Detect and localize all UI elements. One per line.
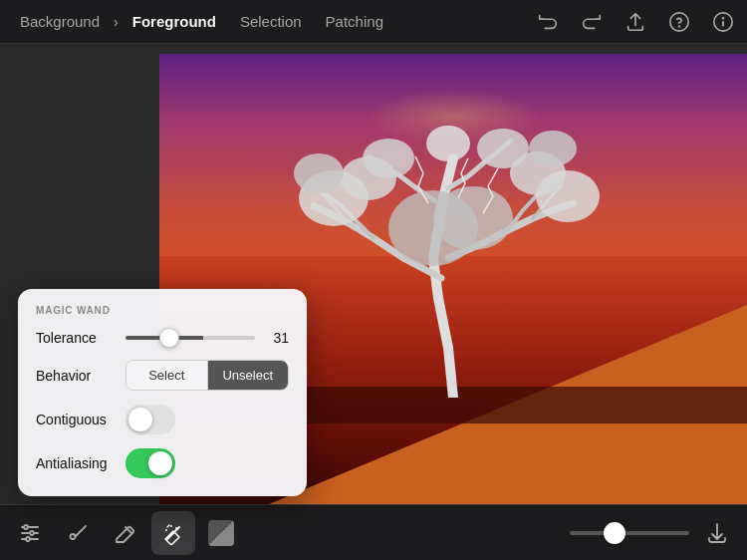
redo-icon bbox=[581, 11, 603, 33]
svg-point-11 bbox=[529, 131, 577, 166]
texture-tool-button[interactable] bbox=[199, 511, 243, 555]
help-icon bbox=[668, 11, 690, 33]
bottom-toolbar bbox=[0, 504, 747, 560]
behavior-label: Behavior bbox=[36, 368, 125, 384]
behavior-select-button[interactable]: Select bbox=[126, 361, 208, 390]
magic-wand-icon bbox=[161, 521, 185, 545]
redo-button[interactable] bbox=[576, 6, 608, 38]
tab-patching[interactable]: Patching bbox=[314, 7, 395, 36]
tolerance-control: 31 bbox=[125, 330, 289, 346]
help-button[interactable] bbox=[663, 6, 695, 38]
breadcrumb-arrow: › bbox=[114, 14, 119, 30]
tools-group bbox=[0, 511, 251, 555]
toolbar-actions bbox=[532, 6, 739, 38]
tolerance-value: 31 bbox=[265, 330, 289, 346]
svg-point-8 bbox=[294, 153, 344, 193]
eraser-tool-button[interactable] bbox=[104, 511, 147, 555]
svg-point-16 bbox=[433, 186, 513, 250]
info-icon bbox=[712, 11, 734, 33]
contiguous-toggle[interactable] bbox=[125, 405, 175, 434]
tab-selection[interactable]: Selection bbox=[228, 7, 314, 36]
tab-foreground[interactable]: Foreground bbox=[121, 7, 228, 36]
adjustments-icon bbox=[18, 521, 42, 545]
svg-point-5 bbox=[723, 17, 724, 18]
tree-silhouette bbox=[284, 99, 622, 398]
info-button[interactable] bbox=[707, 6, 739, 38]
zoom-slider[interactable] bbox=[570, 531, 689, 535]
undo-button[interactable] bbox=[532, 6, 564, 38]
share-icon bbox=[624, 11, 646, 33]
svg-point-13 bbox=[477, 129, 529, 168]
svg-point-14 bbox=[426, 126, 470, 161]
magic-wand-tool-button[interactable] bbox=[151, 511, 195, 555]
undo-icon bbox=[537, 11, 559, 33]
behavior-unselect-button[interactable]: Unselect bbox=[208, 361, 289, 390]
contiguous-toggle-knob bbox=[128, 408, 152, 431]
behavior-btn-group: Select Unselect bbox=[125, 360, 289, 391]
nav-tabs: Background › Foreground Selection Patchi… bbox=[8, 7, 532, 36]
magic-wand-panel: MAGIC WAND Tolerance 31 Behavior Select … bbox=[18, 289, 307, 496]
brush-icon bbox=[66, 521, 90, 545]
antialiasing-label: Antialiasing bbox=[36, 455, 125, 471]
brush-tool-button[interactable] bbox=[56, 511, 100, 555]
top-toolbar: Background › Foreground Selection Patchi… bbox=[0, 0, 747, 44]
behavior-control: Select Unselect bbox=[125, 360, 289, 391]
svg-line-24 bbox=[167, 527, 179, 539]
adjustments-tool-button[interactable] bbox=[8, 511, 52, 555]
tolerance-label: Tolerance bbox=[36, 330, 125, 346]
svg-point-20 bbox=[24, 525, 28, 529]
antialiasing-toggle[interactable] bbox=[125, 448, 175, 478]
share-button[interactable] bbox=[620, 6, 651, 38]
contiguous-control bbox=[125, 405, 289, 434]
antialiasing-toggle-knob bbox=[148, 451, 172, 475]
svg-point-1 bbox=[679, 26, 680, 27]
svg-point-28 bbox=[175, 527, 177, 529]
svg-point-12 bbox=[363, 139, 414, 178]
svg-point-26 bbox=[165, 529, 167, 531]
antialiasing-control bbox=[125, 448, 289, 478]
zoom-slider-container bbox=[570, 531, 689, 535]
svg-point-27 bbox=[170, 525, 172, 527]
tolerance-slider[interactable] bbox=[125, 336, 255, 340]
svg-point-21 bbox=[30, 531, 34, 535]
contiguous-row: Contiguous bbox=[36, 405, 289, 434]
antialiasing-row: Antialiasing bbox=[36, 448, 289, 478]
tolerance-row: Tolerance 31 bbox=[36, 330, 289, 346]
panel-title: MAGIC WAND bbox=[36, 305, 289, 316]
download-icon bbox=[705, 521, 729, 545]
tab-background[interactable]: Background bbox=[8, 7, 112, 36]
download-button[interactable] bbox=[699, 515, 735, 551]
eraser-icon bbox=[114, 521, 137, 545]
bottom-right-controls bbox=[570, 515, 747, 551]
texture-swatch bbox=[208, 520, 234, 546]
svg-point-22 bbox=[26, 537, 30, 541]
contiguous-label: Contiguous bbox=[36, 412, 125, 427]
svg-line-25 bbox=[167, 525, 169, 527]
behavior-row: Behavior Select Unselect bbox=[36, 360, 289, 391]
